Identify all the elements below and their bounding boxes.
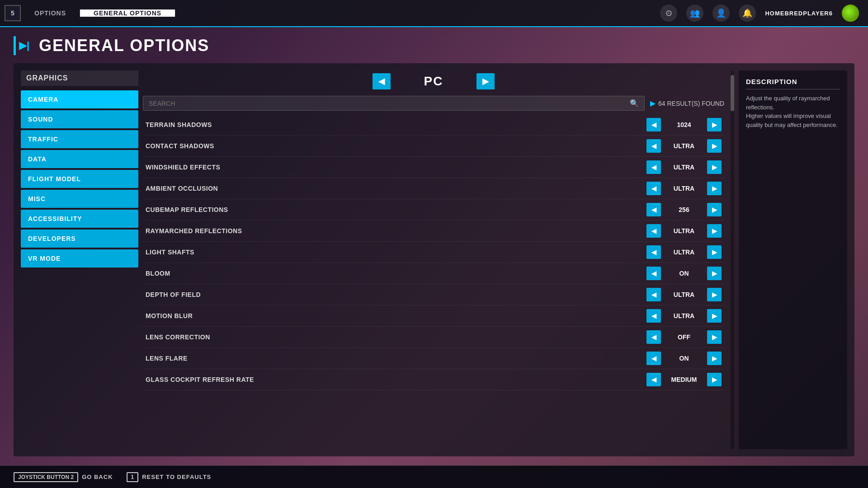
sidebar-item-accessibility[interactable]: ACCESSIBILITY <box>21 210 138 228</box>
setting-prev-btn[interactable]: ◀ <box>646 352 661 365</box>
profile-icon[interactable]: 👤 <box>712 5 730 22</box>
setting-value: ULTRA <box>664 164 704 171</box>
setting-control: ◀ 256 ▶ <box>622 203 722 216</box>
setting-prev-btn[interactable]: ◀ <box>646 330 661 344</box>
sidebar-header: GRAPHICS <box>21 70 138 86</box>
setting-label: RAYMARCHED REFLECTIONS <box>146 227 622 235</box>
sidebar-item-camera[interactable]: CAMERA <box>21 90 138 108</box>
username-label: HOMEBREDPLAYER6 <box>765 10 833 17</box>
setting-row: GLASS COCKPIT REFRESH RATE ◀ MEDIUM ▶ <box>143 369 724 390</box>
platform-prev-button[interactable]: ◀ <box>373 73 391 89</box>
setting-next-btn[interactable]: ▶ <box>707 224 722 238</box>
setting-next-btn[interactable]: ▶ <box>707 309 722 323</box>
setting-value: OFF <box>664 333 704 341</box>
platform-next-button[interactable]: ▶ <box>476 73 495 89</box>
search-row: 🔍 ▶ 64 RESULT(S) FOUND <box>143 96 724 111</box>
top-bar-right: ⊙ 👥 👤 🔔 HOMEBREDPLAYER6 <box>660 0 868 26</box>
setting-prev-btn[interactable]: ◀ <box>646 118 661 131</box>
setting-row: AMBIENT OCCLUSION ◀ ULTRA ▶ <box>143 178 724 199</box>
setting-value: ULTRA <box>664 142 704 150</box>
sidebar-item-flight-model[interactable]: FLIGHT MODEL <box>21 170 138 188</box>
setting-next-btn[interactable]: ▶ <box>707 160 722 174</box>
setting-value: ULTRA <box>664 312 704 319</box>
setting-row: RAYMARCHED REFLECTIONS ◀ ULTRA ▶ <box>143 221 724 242</box>
setting-prev-btn[interactable]: ◀ <box>646 182 661 195</box>
setting-value: MEDIUM <box>664 376 704 383</box>
top-bar-left: 5 OPTIONS GENERAL OPTIONS <box>0 0 180 26</box>
setting-label: CUBEMAP REFLECTIONS <box>146 206 622 213</box>
setting-value: 1024 <box>664 121 704 128</box>
top-bar: 5 OPTIONS GENERAL OPTIONS ⊙ 👥 👤 🔔 HOMEBR… <box>0 0 868 27</box>
sidebar-item-traffic[interactable]: TRAFFIC <box>21 130 138 148</box>
setting-row: LIGHT SHAFTS ◀ ULTRA ▶ <box>143 242 724 263</box>
setting-next-btn[interactable]: ▶ <box>707 352 722 365</box>
main-panel: ◀ PC ▶ 🔍 ▶ 64 RESULT(S) FOUND TERRAIN SH <box>143 70 724 449</box>
setting-prev-btn[interactable]: ◀ <box>646 245 661 259</box>
sidebar-item-data[interactable]: DATA <box>21 150 138 168</box>
setting-next-btn[interactable]: ▶ <box>707 373 722 386</box>
setting-next-btn[interactable]: ▶ <box>707 182 722 195</box>
tab-general-options[interactable]: GENERAL OPTIONS <box>80 9 175 17</box>
page-title: GENERAL OPTIONS <box>39 36 209 55</box>
page-header-icon: ▶| <box>14 36 33 55</box>
description-text: Adjust the quality of raymarched reflect… <box>746 94 840 129</box>
setting-prev-btn[interactable]: ◀ <box>646 288 661 301</box>
setting-control: ◀ ON ▶ <box>622 267 722 280</box>
setting-label: BLOOM <box>146 270 622 277</box>
tab-options[interactable]: OPTIONS <box>21 9 80 17</box>
setting-row: CONTACT SHADOWS ◀ ULTRA ▶ <box>143 136 724 157</box>
scrollbar-thumb[interactable] <box>731 75 734 111</box>
setting-prev-btn[interactable]: ◀ <box>646 139 661 153</box>
setting-next-btn[interactable]: ▶ <box>707 118 722 131</box>
description-panel: DESCRIPTION Adjust the quality of raymar… <box>739 70 847 449</box>
search-input[interactable] <box>149 100 626 107</box>
setting-value: ULTRA <box>664 185 704 192</box>
user-avatar[interactable] <box>842 5 859 22</box>
setting-value: ULTRA <box>664 227 704 235</box>
setting-label: GLASS COCKPIT REFRESH RATE <box>146 376 622 383</box>
setting-next-btn[interactable]: ▶ <box>707 330 722 344</box>
setting-next-btn[interactable]: ▶ <box>707 267 722 280</box>
setting-control: ◀ 1024 ▶ <box>622 118 722 131</box>
setting-row: BLOOM ◀ ON ▶ <box>143 263 724 284</box>
setting-prev-btn[interactable]: ◀ <box>646 160 661 174</box>
friends-icon[interactable]: 👥 <box>686 5 703 22</box>
notifications-icon[interactable]: 🔔 <box>739 5 756 22</box>
setting-control: ◀ ULTRA ▶ <box>622 139 722 153</box>
results-arrow: ▶ <box>650 99 656 108</box>
search-icon: 🔍 <box>630 99 639 108</box>
reset-key: 1 <box>127 472 139 482</box>
sidebar-item-misc[interactable]: MISC <box>21 190 138 208</box>
setting-prev-btn[interactable]: ◀ <box>646 224 661 238</box>
setting-label: LENS FLARE <box>146 355 622 362</box>
setting-prev-btn[interactable]: ◀ <box>646 309 661 323</box>
sidebar-item-sound[interactable]: SOUND <box>21 110 138 128</box>
scrollbar-track[interactable] <box>731 70 734 449</box>
settings-list: TERRAIN SHADOWS ◀ 1024 ▶ CONTACT SHADOWS… <box>143 114 724 449</box>
setting-row: DEPTH OF FIELD ◀ ULTRA ▶ <box>143 284 724 305</box>
setting-row: MOTION BLUR ◀ ULTRA ▶ <box>143 305 724 327</box>
setting-control: ◀ ULTRA ▶ <box>622 160 722 174</box>
setting-control: ◀ MEDIUM ▶ <box>622 373 722 386</box>
setting-value: ULTRA <box>664 291 704 298</box>
setting-value: ON <box>664 270 704 277</box>
setting-next-btn[interactable]: ▶ <box>707 245 722 259</box>
setting-prev-btn[interactable]: ◀ <box>646 267 661 280</box>
go-back-button[interactable]: JOYSTICK BUTTON 2 GO BACK <box>14 472 113 482</box>
setting-prev-btn[interactable]: ◀ <box>646 373 661 386</box>
setting-next-btn[interactable]: ▶ <box>707 139 722 153</box>
sidebar-item-developers[interactable]: DEVELOPERS <box>21 230 138 248</box>
setting-control: ◀ OFF ▶ <box>622 330 722 344</box>
setting-row: CUBEMAP REFLECTIONS ◀ 256 ▶ <box>143 199 724 221</box>
setting-next-btn[interactable]: ▶ <box>707 288 722 301</box>
reset-defaults-button[interactable]: 1 RESET TO DEFAULTS <box>127 472 212 482</box>
main-content: ▶| GENERAL OPTIONS GRAPHICS CAMERA SOUND… <box>0 27 868 465</box>
page-header: ▶| GENERAL OPTIONS <box>14 36 854 55</box>
platform-name: PC <box>400 74 467 89</box>
setting-next-btn[interactable]: ▶ <box>707 203 722 216</box>
sidebar-item-vr-mode[interactable]: VR MODE <box>21 249 138 267</box>
setting-control: ◀ ULTRA ▶ <box>622 224 722 238</box>
setting-prev-btn[interactable]: ◀ <box>646 203 661 216</box>
achievements-icon[interactable]: ⊙ <box>660 5 677 22</box>
setting-control: ◀ ULTRA ▶ <box>622 245 722 259</box>
